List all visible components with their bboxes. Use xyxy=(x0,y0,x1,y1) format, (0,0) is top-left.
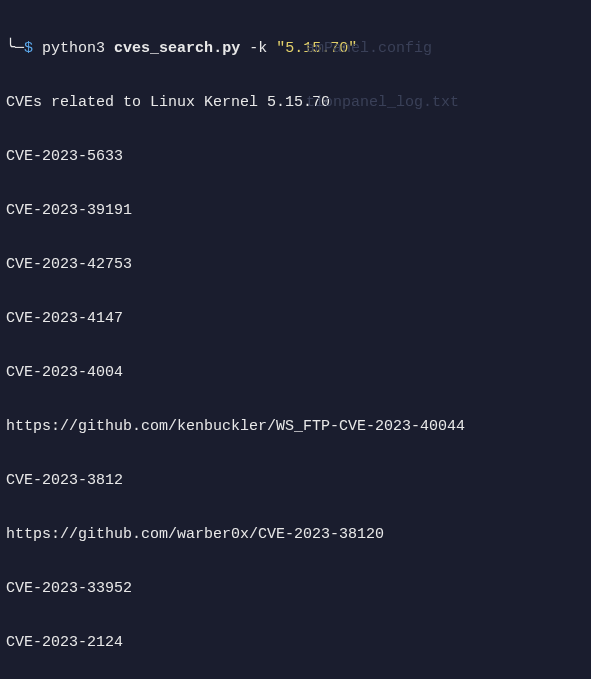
output-line: https://github.com/kenbuckler/WS_FTP-CVE… xyxy=(6,418,585,436)
prompt-symbol: $ xyxy=(24,40,33,57)
output-line: CVE-2023-2124 xyxy=(6,634,585,652)
interpreter: python3 xyxy=(42,40,105,57)
output-header: tionpanel_log.txtCVEs related to Linux K… xyxy=(6,94,585,112)
terminal[interactable]: amPanel.config╰─$ python3 cves_search.py… xyxy=(6,4,585,679)
output-line: https://github.com/warber0x/CVE-2023-381… xyxy=(6,526,585,544)
prompt-corner: ╰─ xyxy=(6,40,24,57)
output-line: CVE-2023-4004 xyxy=(6,364,585,382)
script-name: cves_search.py xyxy=(114,40,240,57)
header-text: CVEs related to Linux Kernel 5.15.70 xyxy=(6,94,330,111)
bg-remnant-2: tionpanel_log.txt xyxy=(306,94,459,112)
output-line: CVE-2023-39191 xyxy=(6,202,585,220)
output-line: CVE-2023-33952 xyxy=(6,580,585,598)
bg-remnant-1: amPanel.config xyxy=(306,40,432,58)
output-line: CVE-2023-3812 xyxy=(6,472,585,490)
flag: -k xyxy=(249,40,267,57)
output-line: CVE-2023-4147 xyxy=(6,310,585,328)
output-line: CVE-2023-5633 xyxy=(6,148,585,166)
prompt-line: amPanel.config╰─$ python3 cves_search.py… xyxy=(6,40,585,58)
output-line: CVE-2023-42753 xyxy=(6,256,585,274)
